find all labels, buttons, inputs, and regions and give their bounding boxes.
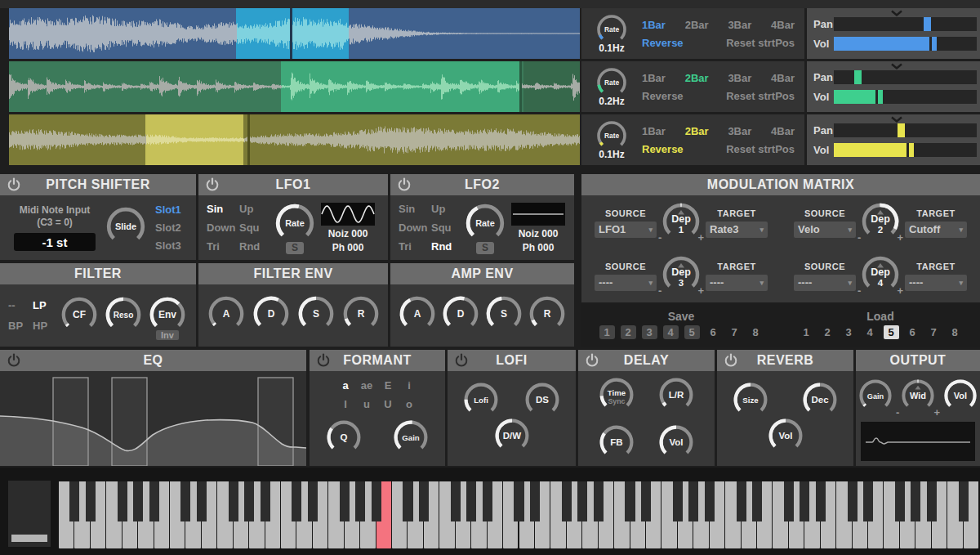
sustain-knob[interactable]: S [484, 294, 523, 337]
save-slot-8-button[interactable]: 8 [748, 325, 764, 339]
load-slot-8-button[interactable]: 8 [947, 325, 963, 339]
attack-knob[interactable]: A [398, 294, 437, 337]
lofi-knob[interactable]: Lofi [462, 381, 500, 422]
piano-black-key[interactable] [69, 481, 79, 521]
piano-black-key[interactable] [737, 481, 746, 521]
piano-black-key[interactable] [244, 481, 254, 521]
source-dropdown[interactable]: ----▾ [595, 275, 657, 291]
lfo-rate-knob[interactable]: Rate [274, 202, 316, 248]
power-icon[interactable] [584, 352, 600, 372]
slide-knob[interactable]: Slide [105, 205, 147, 251]
delay-time-knob[interactable]: TimeSync [598, 376, 635, 417]
load-slot-1-button[interactable]: 1 [799, 325, 814, 339]
slot3-button[interactable]: Slot3 [155, 239, 181, 252]
piano-keyboard[interactable] [59, 481, 979, 548]
power-icon[interactable] [204, 177, 220, 196]
piano-black-key[interactable] [625, 481, 635, 521]
vowel-I-button[interactable]: I [335, 398, 356, 410]
lfo-shape-squ[interactable]: Squ [431, 222, 459, 234]
target-dropdown[interactable]: ----▾ [905, 275, 967, 291]
cutoff-knob[interactable]: CF [60, 295, 99, 338]
lfo-noiz-value[interactable]: Noiz 000 [519, 228, 559, 239]
attack-knob[interactable]: A [207, 294, 246, 337]
waveform-divider-line[interactable] [247, 114, 250, 165]
bar-1-button[interactable]: 1Bar [642, 72, 666, 84]
size-knob[interactable]: Size [732, 381, 769, 422]
power-icon[interactable] [6, 177, 22, 196]
release-knob[interactable]: R [341, 294, 381, 337]
velocity-box[interactable] [8, 481, 51, 547]
load-slot-3-button[interactable]: 3 [841, 325, 857, 339]
pan-slider[interactable] [834, 17, 977, 31]
power-icon[interactable] [453, 352, 470, 372]
downsample-knob[interactable]: DS [523, 381, 561, 422]
lfo-sync-button[interactable]: S [286, 242, 304, 254]
load-slot-5-button[interactable]: 5 [884, 325, 899, 339]
note-offset-display[interactable]: -1 st [14, 233, 96, 251]
piano-black-key[interactable] [180, 481, 190, 521]
output-gain-knob[interactable]: Gain [858, 378, 893, 417]
dry-wet-knob[interactable]: D/W [493, 417, 531, 458]
lfo-shape-down[interactable]: Down [399, 222, 431, 234]
filter-mode-off[interactable]: -- [8, 299, 33, 311]
piano-black-key[interactable] [594, 481, 604, 521]
piano-black-key[interactable] [514, 481, 523, 521]
depth-knob[interactable]: Dep4 [860, 254, 901, 298]
decay-knob[interactable]: D [441, 294, 480, 337]
chevron-down-icon[interactable] [891, 63, 902, 69]
chevron-down-icon[interactable] [891, 116, 902, 123]
resonance-knob[interactable]: Reso [104, 295, 143, 338]
lfo-shape-down[interactable]: Down [207, 222, 239, 234]
reverse-button[interactable]: Reverse [642, 90, 684, 102]
reverse-button[interactable]: Reverse [642, 37, 684, 49]
gain-knob[interactable]: Gain [392, 418, 430, 459]
piano-black-key[interactable] [562, 481, 572, 521]
piano-black-key[interactable] [86, 481, 96, 521]
eq-curve-display[interactable] [0, 371, 306, 466]
piano-black-key[interactable] [784, 481, 794, 521]
filter-mode-lp[interactable]: LP [33, 299, 57, 311]
piano-black-key[interactable] [895, 481, 905, 521]
vowel-E-button[interactable]: E [377, 379, 399, 392]
piano-black-key[interactable] [816, 481, 826, 521]
load-slot-4-button[interactable]: 4 [862, 325, 878, 339]
lfo-shape-squ[interactable]: Squ [239, 222, 267, 234]
bar-2-button[interactable]: 2Bar [685, 125, 709, 137]
save-slot-3-button[interactable]: 3 [642, 325, 657, 339]
load-slot-6-button[interactable]: 6 [905, 325, 920, 339]
piano-black-key[interactable] [959, 481, 969, 521]
source-dropdown[interactable]: Velo▾ [794, 222, 856, 238]
reset-startpos-button[interactable]: Reset strtPos [726, 37, 795, 49]
piano-black-key[interactable] [229, 481, 238, 521]
target-dropdown[interactable]: ----▾ [706, 275, 768, 291]
save-slot-6-button[interactable]: 6 [706, 325, 721, 339]
piano-black-key[interactable] [118, 481, 127, 521]
reset-startpos-button[interactable]: Reset strtPos [726, 90, 795, 102]
bar-1-button[interactable]: 1Bar [642, 19, 666, 31]
target-dropdown[interactable]: Rate3▾ [706, 222, 768, 238]
piano-black-key[interactable] [688, 481, 698, 521]
piano-black-key[interactable] [530, 481, 540, 521]
invert-button[interactable]: Inv [156, 330, 179, 340]
depth-knob[interactable]: Dep2 [860, 201, 901, 245]
piano-black-key[interactable] [705, 481, 715, 521]
reset-startpos-button[interactable]: Reset strtPos [726, 143, 795, 155]
piano-black-key[interactable] [911, 481, 920, 521]
piano-black-key[interactable] [641, 481, 651, 521]
bar-3-button[interactable]: 3Bar [728, 125, 751, 137]
power-icon[interactable] [396, 177, 412, 196]
lfo-shape-tri[interactable]: Tri [207, 240, 239, 253]
depth-knob[interactable]: Dep1 [661, 201, 702, 245]
piano-black-key[interactable] [800, 481, 809, 521]
waveform-display-2[interactable] [9, 61, 580, 112]
pan-slider[interactable] [834, 70, 977, 84]
bar-4-button[interactable]: 4Bar [771, 125, 795, 137]
lfo-sync-button[interactable]: S [476, 242, 494, 254]
power-icon[interactable] [315, 352, 332, 372]
piano-black-key[interactable] [451, 481, 461, 521]
waveform-divider-line[interactable] [290, 8, 292, 59]
vowel-o-button[interactable]: o [399, 398, 420, 410]
filter-mode-bp[interactable]: BP [8, 320, 33, 332]
save-slot-5-button[interactable]: 5 [684, 325, 700, 339]
vowel-ae-button[interactable]: ae [356, 379, 377, 392]
